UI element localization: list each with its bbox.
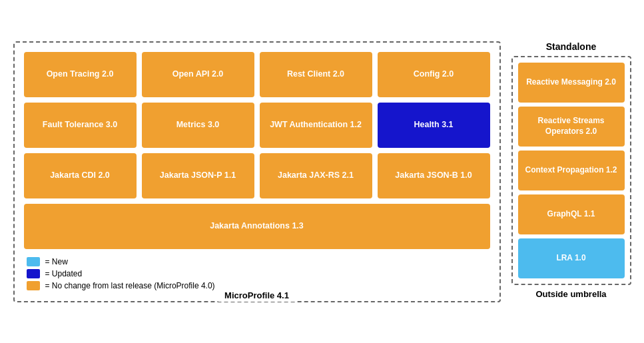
cell-config: Config 2.0 <box>378 52 490 97</box>
grid-row-3: Jakarta CDI 2.0 Jakarta JSON-P 1.1 Jakar… <box>24 153 490 198</box>
standalone-context-propagation: Context Propagation 1.2 <box>518 151 625 190</box>
standalone-section: Standalone Reactive Messaging 2.0 Reacti… <box>511 41 631 302</box>
cell-rest-client: Rest Client 2.0 <box>260 52 372 97</box>
standalone-graphql: GraphQL 1.1 <box>518 194 625 234</box>
microprofile-label: MicroProfile 4.1 <box>218 289 296 302</box>
microprofile-section: Open Tracing 2.0 Open API 2.0 Rest Clien… <box>13 41 501 302</box>
cell-open-tracing: Open Tracing 2.0 <box>24 52 137 97</box>
legend-no-change-label: = No change from last release (MicroProf… <box>45 281 215 290</box>
cell-open-api: Open API 2.0 <box>142 52 254 97</box>
cell-fault-tolerance: Fault Tolerance 3.0 <box>24 103 137 148</box>
legend-updated: = Updated <box>27 269 490 278</box>
legend-new: = New <box>27 257 490 266</box>
outside-umbrella-label: Outside umbrella <box>535 289 606 299</box>
cell-jakarta-jsonp: Jakarta JSON-P 1.1 <box>142 153 254 198</box>
standalone-lra: LRA 1.0 <box>518 238 625 278</box>
grid-row-2: Fault Tolerance 3.0 Metrics 3.0 JWT Auth… <box>24 103 490 148</box>
cell-jakarta-cdi: Jakarta CDI 2.0 <box>24 153 137 198</box>
grid-rows: Open Tracing 2.0 Open API 2.0 Rest Clien… <box>24 52 490 249</box>
cell-jakarta-jsonb: Jakarta JSON-B 1.0 <box>378 153 490 198</box>
standalone-title: Standalone <box>546 41 596 52</box>
legend-updated-box <box>27 269 40 278</box>
cell-metrics: Metrics 3.0 <box>142 103 254 148</box>
standalone-reactive-messaging: Reactive Messaging 2.0 <box>518 63 625 103</box>
cell-jakarta-jaxrs: Jakarta JAX-RS 2.1 <box>260 153 372 198</box>
outer-container: Open Tracing 2.0 Open API 2.0 Rest Clien… <box>3 31 642 313</box>
grid-row-1: Open Tracing 2.0 Open API 2.0 Rest Clien… <box>24 52 490 97</box>
center-cell-row: Jakarta Annotations 1.3 <box>24 204 490 249</box>
cell-jwt: JWT Authentication 1.2 <box>260 103 372 148</box>
legend-no-change-box <box>27 281 40 290</box>
standalone-box: Reactive Messaging 2.0 Reactive Streams … <box>511 56 631 285</box>
legend-new-box <box>27 257 40 266</box>
standalone-reactive-streams: Reactive Streams Operators 2.0 <box>518 107 625 147</box>
legend-new-label: = New <box>45 257 68 266</box>
cell-health: Health 3.1 <box>378 103 490 148</box>
legend-updated-label: = Updated <box>45 269 83 278</box>
cell-jakarta-annotations: Jakarta Annotations 1.3 <box>24 204 490 249</box>
